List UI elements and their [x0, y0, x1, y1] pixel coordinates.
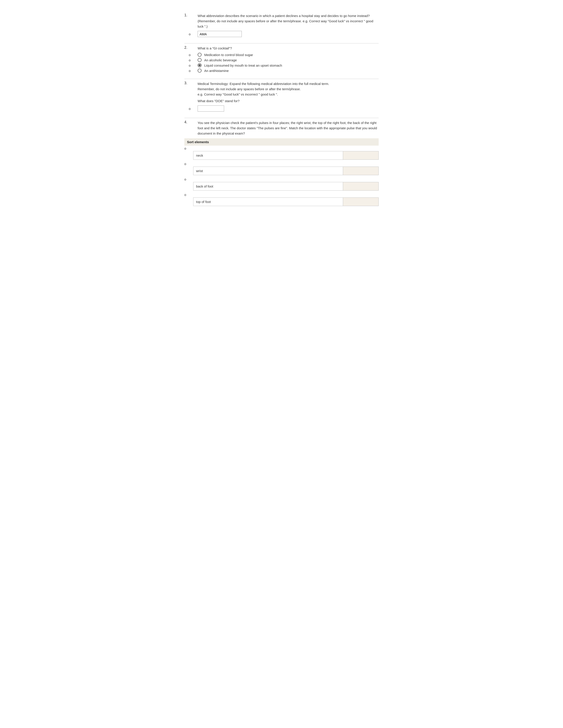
sort-item-neck-label-row: o — [184, 146, 379, 150]
q3-line4: What does "DOE" stand for? — [197, 98, 379, 104]
sort-item-top-of-foot: o top of foot — [184, 193, 379, 206]
q3-option-label: o — [189, 107, 197, 111]
divider-3 — [184, 118, 379, 118]
q2-number: 2. — [184, 46, 197, 50]
sort-item-wrist-label-row: o — [184, 162, 379, 166]
divider-2 — [184, 79, 379, 79]
q2-option-2: o An alcoholic beverage — [184, 58, 379, 62]
sort-item-neck-table: neck — [193, 151, 379, 160]
q3-line1: Medical Terminology: Expand the followin… — [197, 81, 379, 86]
sort-item-wrist-table: wrist — [193, 167, 379, 175]
q2-option-1: o Medication to control blood sugar — [184, 53, 379, 57]
sort-item-tof-name: top of foot — [193, 198, 343, 206]
sort-item-wrist-label: o — [184, 162, 193, 166]
q2-option-4: o An antihistamine — [184, 69, 379, 73]
sort-item-bof-label: o — [184, 177, 193, 181]
sort-item-bof-right — [343, 182, 379, 190]
q2-option-3: o Liquid consumed by mouth to treat an u… — [184, 63, 379, 67]
sort-item-wrist: o wrist — [184, 162, 379, 175]
q1-number: 1. — [184, 13, 197, 17]
sort-item-neck-name: neck — [193, 151, 343, 159]
sort-item-wrist-right — [343, 167, 379, 175]
sort-item-back-of-foot: o back of foot — [184, 177, 379, 191]
q1-answer-row: o — [184, 31, 379, 37]
q4-text: You see the physician check the patient'… — [197, 120, 379, 136]
sort-item-bof-name: back of foot — [193, 182, 343, 190]
sort-item-neck: o neck — [184, 146, 379, 160]
sort-item-neck-right — [343, 151, 379, 159]
question-1: 1. What abbreviation describes the scena… — [184, 13, 379, 37]
sort-item-tof-right — [343, 198, 379, 206]
q2-opt2-label: o — [189, 58, 197, 62]
question-2: 2. What is a "GI cocktail"? o Medication… — [184, 46, 379, 73]
sort-item-neck-label: o — [184, 146, 193, 150]
sort-item-tof-label-row: o — [184, 193, 379, 197]
q2-opt2-text: An alcoholic beverage — [204, 58, 237, 62]
sort-item-bof-label-row: o — [184, 177, 379, 181]
q3-text-input[interactable] — [197, 105, 224, 112]
q1-text-input[interactable] — [197, 31, 242, 37]
q2-radio-1[interactable] — [197, 53, 201, 57]
q2-opt4-label: o — [189, 69, 197, 73]
sort-header: Sort elements — [184, 138, 379, 146]
q2-opt3-text: Liquid consumed by mouth to treat an ups… — [204, 64, 282, 67]
q3-text: Medical Terminology: Expand the followin… — [197, 81, 379, 104]
q4-number: 4. — [184, 120, 197, 124]
q2-radio-4[interactable] — [197, 69, 201, 73]
question-3: 3. Medical Terminology: Expand the follo… — [184, 81, 379, 112]
q2-radio-2[interactable] — [197, 58, 201, 62]
q2-opt3-label: o — [189, 64, 197, 67]
sort-item-tof-label: o — [184, 193, 193, 197]
q3-number: 3. — [184, 81, 197, 85]
q3-line3: e.g. Correct way "Good luck" vs incorrec… — [197, 92, 379, 97]
q2-opt4-text: An antihistamine — [204, 69, 229, 73]
q2-opt1-label: o — [189, 53, 197, 57]
sort-item-bof-table: back of foot — [193, 182, 379, 191]
q2-radio-3[interactable] — [197, 63, 201, 67]
question-4: 4. You see the physician check the patie… — [184, 120, 379, 206]
q3-answer-row: o — [184, 105, 379, 112]
q2-text: What is a "GI cocktail"? — [197, 46, 379, 51]
q2-opt1-text: Medication to control blood sugar — [204, 53, 253, 57]
q3-line2: Remember, do not include any spaces befo… — [197, 86, 379, 92]
q1-text: What abbreviation describes the scenario… — [197, 13, 379, 29]
sort-section: Sort elements o neck o wrist — [184, 138, 379, 206]
sort-item-tof-table: top of foot — [193, 197, 379, 206]
sort-item-wrist-name: wrist — [193, 167, 343, 175]
q1-option-label: o — [189, 32, 197, 36]
